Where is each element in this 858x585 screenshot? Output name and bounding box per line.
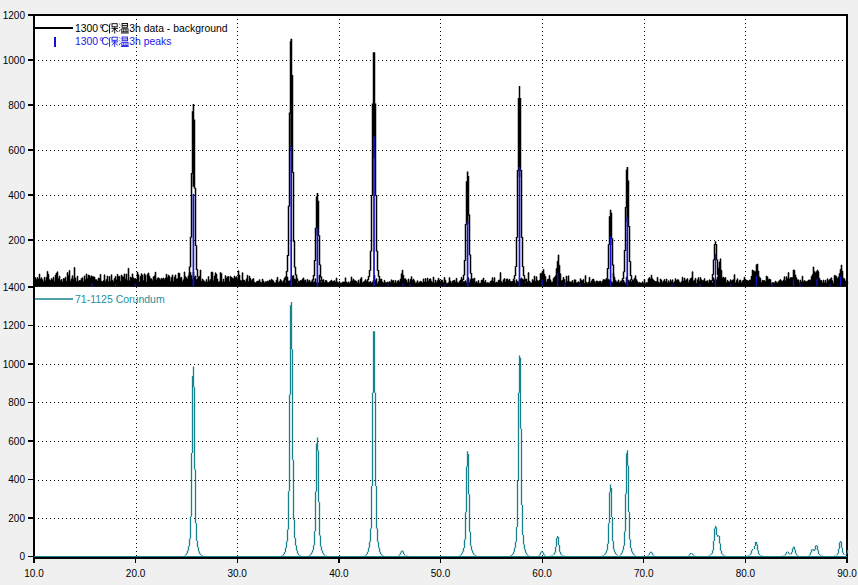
svg-text:50.0: 50.0 [431, 568, 451, 579]
svg-text:800: 800 [8, 100, 25, 111]
svg-text:20.0: 20.0 [126, 568, 146, 579]
svg-text:200: 200 [8, 235, 25, 246]
svg-text:1300: 1300 [75, 23, 98, 34]
svg-text:3h peaks: 3h peaks [129, 36, 171, 47]
svg-text:71-1125 Corundum: 71-1125 Corundum [75, 293, 165, 305]
svg-text:80.0: 80.0 [736, 568, 756, 579]
svg-text:1200: 1200 [3, 10, 26, 21]
svg-text:60.0: 60.0 [532, 568, 552, 579]
svg-text:600: 600 [8, 436, 25, 447]
svg-text:90.0: 90.0 [837, 568, 857, 579]
svg-text:3h data - background: 3h data - background [129, 23, 227, 34]
svg-text:10.0: 10.0 [24, 568, 44, 579]
svg-text:600: 600 [8, 145, 25, 156]
svg-text:70.0: 70.0 [634, 568, 654, 579]
svg-text:0: 0 [19, 551, 25, 562]
svg-text:30.0: 30.0 [227, 568, 247, 579]
svg-text:400: 400 [8, 190, 25, 201]
svg-text:800: 800 [8, 397, 25, 408]
svg-text:1000: 1000 [3, 55, 26, 66]
svg-text:1300: 1300 [75, 36, 98, 47]
svg-text:40.0: 40.0 [329, 568, 349, 579]
svg-text:1200: 1200 [3, 320, 26, 331]
svg-text:1000: 1000 [3, 359, 26, 370]
svg-text:400: 400 [8, 474, 25, 485]
svg-text:1400: 1400 [3, 282, 26, 293]
svg-text:200: 200 [8, 513, 25, 524]
